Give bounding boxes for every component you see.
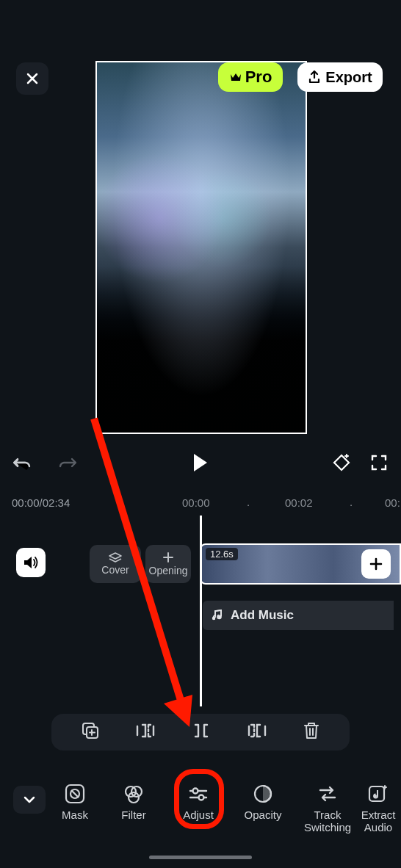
speaker-icon	[23, 555, 39, 570]
mute-button[interactable]	[16, 548, 46, 577]
close-icon	[25, 71, 40, 86]
cover-button[interactable]: Cover	[90, 545, 141, 583]
split-right-button[interactable]	[246, 722, 268, 742]
play-icon	[189, 451, 210, 474]
clip-actions-bar	[51, 714, 350, 751]
svg-point-13	[199, 795, 204, 800]
trash-icon	[302, 720, 321, 741]
ruler-dot: ·	[247, 498, 250, 510]
ruler-tick: 00:02	[285, 496, 313, 509]
nav-label: Extract Audio	[361, 809, 396, 833]
svg-point-16	[374, 795, 377, 798]
split-button[interactable]	[190, 722, 212, 742]
nav-label: Track Switching	[304, 809, 351, 833]
playhead[interactable]	[200, 516, 202, 706]
add-music-label: Add Music	[231, 608, 294, 623]
duplicate-button[interactable]	[80, 720, 101, 744]
clip-duration: 12.6s	[206, 548, 238, 560]
nav-mask[interactable]: Mask	[48, 777, 101, 833]
nav-opacity[interactable]: Opacity	[231, 777, 295, 833]
split-icon	[190, 722, 212, 739]
split-right-icon	[246, 722, 268, 739]
ruler-tick: 00:00	[182, 496, 210, 509]
pro-button[interactable]: Pro	[218, 62, 283, 92]
export-button[interactable]: Export	[297, 62, 383, 92]
chevron-down-icon	[23, 795, 36, 804]
adjust-icon	[187, 783, 209, 805]
pro-label: Pro	[245, 68, 272, 87]
nav-track-switching[interactable]: Track Switching	[295, 777, 360, 833]
delete-button[interactable]	[302, 720, 321, 744]
collapse-button[interactable]	[13, 786, 46, 814]
opacity-icon	[252, 783, 274, 805]
keyframe-icon	[332, 453, 351, 472]
crown-icon	[229, 71, 242, 83]
close-button[interactable]	[16, 62, 48, 95]
nav-label: Opacity	[245, 809, 282, 822]
duplicate-icon	[80, 720, 101, 741]
fullscreen-icon	[370, 454, 388, 471]
undo-button[interactable]	[13, 454, 34, 474]
redo-icon	[56, 454, 76, 471]
upload-icon	[308, 70, 321, 84]
music-icon	[210, 609, 223, 622]
split-left-button[interactable]	[134, 722, 156, 742]
nav-label: Adjust	[183, 809, 214, 822]
opening-label: Opening	[149, 565, 188, 576]
preview-content	[97, 62, 306, 433]
filter-icon	[123, 783, 145, 805]
nav-filter[interactable]: Filter	[101, 777, 166, 833]
plus-icon	[369, 557, 383, 571]
stack-icon	[108, 552, 123, 563]
svg-point-11	[193, 789, 198, 794]
nav-label: Mask	[62, 809, 88, 822]
redo-button[interactable]	[56, 454, 76, 474]
nav-adjust[interactable]: Adjust	[166, 777, 231, 833]
add-music-button[interactable]: Add Music	[203, 601, 394, 630]
keyframe-button[interactable]	[332, 453, 351, 475]
opening-button[interactable]: Opening	[145, 545, 191, 583]
video-preview[interactable]	[95, 61, 307, 434]
bottom-toolbar: Mask Filter Adjust O	[0, 771, 401, 845]
ruler-tick: 00:	[385, 496, 400, 509]
add-clip-button[interactable]	[361, 549, 391, 579]
nav-extract-audio[interactable]: Extract Audio	[360, 777, 397, 833]
mask-icon	[64, 783, 86, 805]
export-label: Export	[325, 69, 372, 86]
extract-audio-icon	[367, 783, 389, 805]
ruler-dot: ·	[350, 498, 353, 510]
plus-icon	[162, 551, 174, 563]
fullscreen-button[interactable]	[370, 454, 388, 474]
timeline-ruler[interactable]: 00:00 · 00:02 · 00:	[0, 496, 401, 511]
split-left-icon	[134, 722, 156, 739]
undo-icon	[13, 454, 34, 471]
home-indicator	[149, 856, 252, 859]
nav-label: Filter	[121, 809, 145, 822]
track-switching-icon	[317, 783, 339, 805]
cover-label: Cover	[101, 564, 129, 576]
play-button[interactable]	[189, 451, 210, 477]
